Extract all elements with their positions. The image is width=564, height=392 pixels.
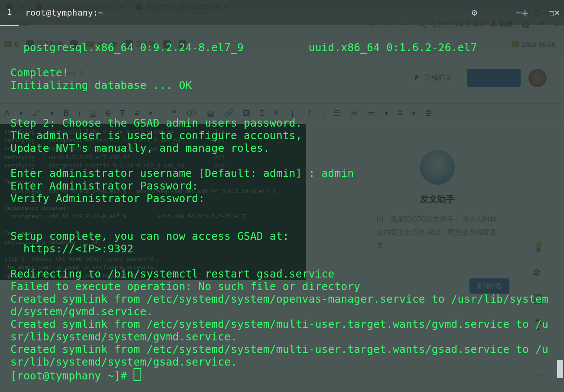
terminal-body[interactable]: postgresql.x86_64 0:9.2.24-8.el7_9 uuid.… [10, 29, 554, 388]
minimize-icon[interactable]: — [516, 7, 522, 17]
scrollbar[interactable] [557, 360, 563, 378]
terminal-title: root@tymphany:~ [25, 7, 104, 18]
window-controls: — ☐ ✕ [516, 7, 560, 17]
close-icon[interactable]: ✕ [554, 7, 560, 17]
terminal-window: 1 root@tymphany:~ ＋ ❐ ⚙ — ☐ ✕ postgresql… [0, 0, 564, 392]
terminal-tab-index[interactable]: 1 [0, 0, 19, 26]
settings-icon[interactable]: ⚙ [472, 7, 477, 18]
terminal-titlebar: 1 root@tymphany:~ ＋ ❐ [0, 0, 564, 25]
cursor [134, 368, 141, 381]
maximize-icon[interactable]: ☐ [535, 7, 541, 17]
